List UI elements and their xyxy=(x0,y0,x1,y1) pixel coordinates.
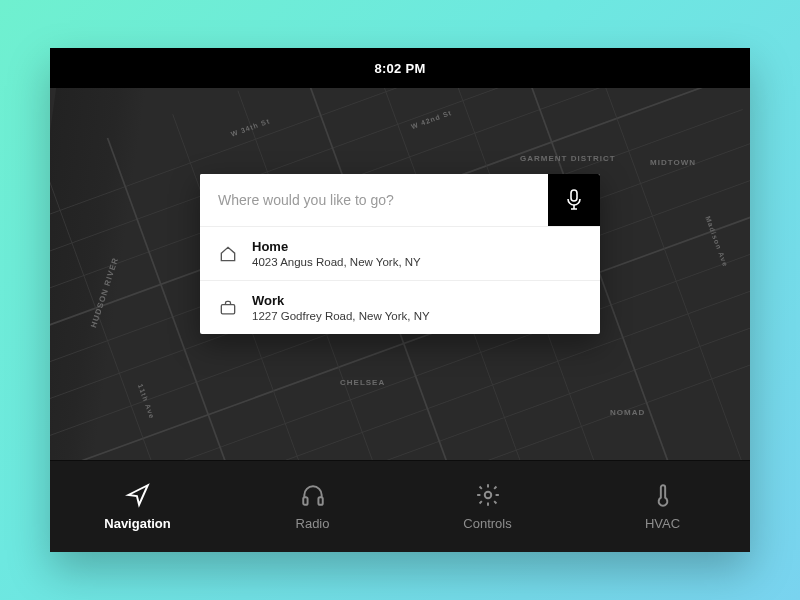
headphones-icon xyxy=(300,482,326,508)
gear-icon xyxy=(475,482,501,508)
map-label-nomad: NOMAD xyxy=(610,408,645,417)
destination-list: Home 4023 Angus Road, New York, NY Work … xyxy=(200,226,600,334)
voice-search-button[interactable] xyxy=(548,174,600,226)
app-background: 8:02 PM Hudson River xyxy=(0,0,800,600)
svg-line-11 xyxy=(93,337,750,460)
destination-title: Work xyxy=(252,293,430,308)
thermometer-icon xyxy=(650,482,676,508)
svg-line-12 xyxy=(50,161,220,460)
briefcase-icon xyxy=(218,298,238,318)
destination-item-work[interactable]: Work 1227 Godfrey Road, New York, NY xyxy=(200,280,600,334)
svg-rect-26 xyxy=(318,497,322,505)
svg-rect-24 xyxy=(221,304,234,313)
tab-radio[interactable]: Radio xyxy=(225,461,400,552)
status-time: 8:02 PM xyxy=(374,61,425,76)
svg-rect-25 xyxy=(303,497,307,505)
destination-search-input[interactable] xyxy=(200,174,548,226)
tab-hvac[interactable]: HVAC xyxy=(575,461,750,552)
tab-label: Controls xyxy=(463,516,511,531)
destination-address: 1227 Godfrey Road, New York, NY xyxy=(252,310,430,322)
home-icon xyxy=(218,244,238,264)
map-label-midtown: MIDTOWN xyxy=(650,158,696,167)
device-frame: 8:02 PM Hudson River xyxy=(50,48,750,552)
destination-item-home[interactable]: Home 4023 Angus Road, New York, NY xyxy=(200,226,600,280)
svg-point-27 xyxy=(484,492,491,499)
map-label-garment: GARMENT DISTRICT xyxy=(520,154,616,163)
bottom-tab-bar: Navigation Radio Controls xyxy=(50,460,750,552)
tab-label: Radio xyxy=(296,516,330,531)
search-panel: Home 4023 Angus Road, New York, NY Work … xyxy=(200,174,600,334)
destination-text: Work 1227 Godfrey Road, New York, NY xyxy=(252,293,430,322)
tab-navigation[interactable]: Navigation xyxy=(50,461,225,552)
tab-label: HVAC xyxy=(645,516,680,531)
tab-controls[interactable]: Controls xyxy=(400,461,575,552)
navigation-arrow-icon xyxy=(125,482,151,508)
tab-label: Navigation xyxy=(104,516,170,531)
destination-title: Home xyxy=(252,239,421,254)
microphone-icon xyxy=(565,189,583,211)
destination-address: 4023 Angus Road, New York, NY xyxy=(252,256,421,268)
destination-text: Home 4023 Angus Road, New York, NY xyxy=(252,239,421,268)
status-bar: 8:02 PM xyxy=(50,48,750,88)
svg-rect-21 xyxy=(571,190,577,201)
search-row xyxy=(200,174,600,226)
map-label-chelsea: CHELSEA xyxy=(340,378,385,387)
map-view[interactable]: Hudson River GARMENT DISTRICT MIDTOWN CH… xyxy=(50,88,750,460)
